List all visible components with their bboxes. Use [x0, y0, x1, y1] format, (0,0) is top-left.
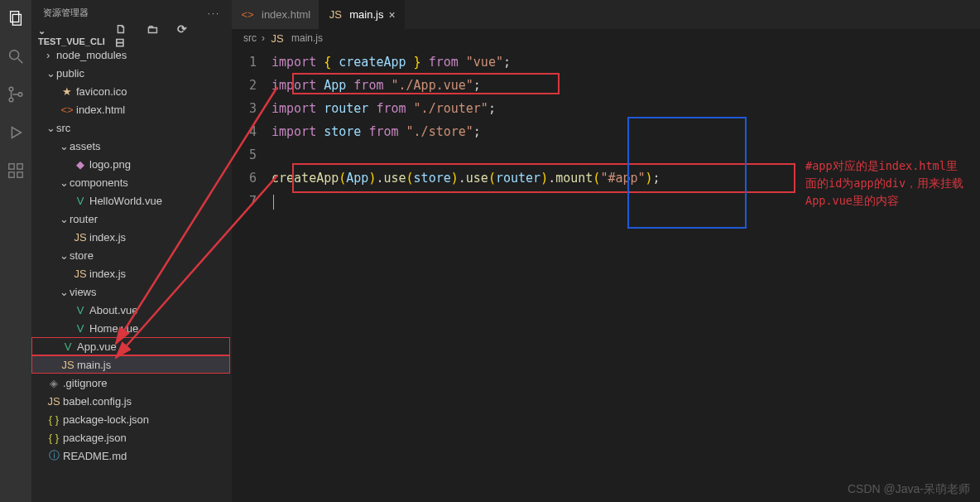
svg-rect-0	[11, 12, 19, 22]
tab-label: main.js	[349, 8, 383, 21]
svg-rect-10	[17, 172, 22, 177]
scm-icon[interactable]	[6, 84, 26, 104]
svg-point-6	[18, 93, 22, 97]
gutter: 1	[232, 51, 271, 74]
extensions-icon[interactable]	[6, 161, 26, 181]
file-store-index[interactable]: JSindex.js	[31, 264, 232, 282]
project-name: TEST_VUE_CLI	[38, 36, 105, 46]
close-icon[interactable]: ×	[388, 8, 395, 22]
js-icon: JS	[46, 395, 61, 408]
editor-area: <> index.html JS main.js × src› JS main.…	[232, 0, 980, 502]
file-readme[interactable]: ⓘREADME.md	[31, 446, 232, 465]
json-icon: { }	[46, 413, 61, 426]
svg-rect-9	[9, 172, 14, 177]
text-cursor	[273, 195, 274, 210]
search-icon[interactable]	[6, 46, 26, 66]
svg-point-2	[10, 51, 19, 60]
svg-point-4	[9, 87, 13, 91]
folder-src[interactable]: ⌄src	[31, 118, 232, 137]
breadcrumbs[interactable]: src› JS main.js	[232, 29, 980, 47]
svg-point-5	[9, 98, 13, 102]
svg-rect-11	[17, 164, 22, 169]
vue-icon: V	[73, 195, 88, 207]
sidebar: 资源管理器 ··· ⌄ TEST_VUE_CLI 🗋 🗀 ⟳ ⊟ ›node_m…	[31, 0, 232, 502]
crumb-src[interactable]: src	[243, 32, 257, 44]
debug-icon[interactable]	[6, 123, 26, 142]
file-gitignore[interactable]: ◈.gitignore	[31, 374, 232, 392]
tab-index-html[interactable]: <> index.html	[232, 0, 319, 29]
tab-main-js[interactable]: JS main.js ×	[319, 0, 404, 29]
info-icon: ⓘ	[46, 448, 61, 463]
file-index-html[interactable]: <>index.html	[31, 100, 232, 118]
folder-components[interactable]: ⌄components	[31, 173, 232, 191]
sidebar-title: 资源管理器	[43, 7, 89, 19]
watermark: CSDN @Java-呆萌老师	[848, 482, 970, 497]
html-icon: <>	[240, 8, 255, 21]
js-icon: JS	[73, 268, 88, 280]
file-helloworld[interactable]: VHelloWorld.vue	[31, 191, 232, 210]
file-main-js[interactable]: JSmain.js	[31, 355, 230, 374]
file-pkg[interactable]: { }package.json	[31, 428, 232, 446]
html-icon: <>	[60, 104, 74, 116]
vue-icon: V	[73, 322, 88, 335]
folder-public[interactable]: ⌄public	[31, 64, 232, 82]
code-editor[interactable]: 1import { createApp } from "vue"; 2impor…	[232, 47, 980, 502]
app-root: 资源管理器 ··· ⌄ TEST_VUE_CLI 🗋 🗀 ⟳ ⊟ ›node_m…	[0, 0, 980, 502]
js-icon: JS	[73, 231, 88, 244]
file-favicon[interactable]: ★favicon.ico	[31, 82, 232, 100]
crumb-mainjs[interactable]: main.js	[291, 32, 323, 44]
svg-marker-7	[12, 128, 21, 138]
annotation-text: #app对应的是index.html里 面的id为app的div，用来挂载 Ap…	[805, 157, 980, 210]
file-router-index[interactable]: JSindex.js	[31, 228, 232, 246]
js-icon: JS	[60, 359, 75, 371]
json-icon: { }	[46, 432, 61, 444]
js-icon: JS	[270, 32, 285, 45]
svg-rect-8	[9, 164, 14, 169]
folder-store[interactable]: ⌄store	[31, 246, 232, 264]
file-tree: ›node_modules ⌄public ★favicon.ico <>ind…	[31, 46, 232, 465]
file-icon: ◈	[46, 377, 61, 389]
star-icon: ★	[60, 85, 74, 98]
tab-label: index.html	[262, 8, 310, 21]
file-about[interactable]: VAbout.vue	[31, 301, 232, 319]
js-icon: JS	[328, 8, 343, 21]
tabs-bar: <> index.html JS main.js ×	[232, 0, 980, 29]
project-header[interactable]: ⌄ TEST_VUE_CLI 🗋 🗀 ⟳ ⊟	[31, 26, 232, 46]
activity-bar	[0, 0, 31, 502]
svg-rect-1	[12, 14, 21, 25]
file-home[interactable]: VHome.vue	[31, 319, 232, 337]
vue-icon: V	[73, 304, 88, 316]
sidebar-more-icon[interactable]: ···	[208, 8, 220, 18]
file-app-vue[interactable]: VApp.vue	[31, 337, 230, 355]
folder-views[interactable]: ⌄views	[31, 282, 232, 301]
svg-line-3	[18, 59, 23, 64]
folder-router[interactable]: ⌄router	[31, 210, 232, 228]
image-icon: ◆	[73, 158, 88, 171]
file-pkglock[interactable]: { }package-lock.json	[31, 410, 232, 428]
explorer-icon[interactable]	[6, 8, 26, 28]
folder-assets[interactable]: ⌄assets	[31, 137, 232, 155]
vue-icon: V	[60, 340, 75, 353]
file-babel[interactable]: JSbabel.config.js	[31, 392, 232, 410]
file-logo[interactable]: ◆logo.png	[31, 155, 232, 173]
folder-node-modules[interactable]: ›node_modules	[31, 46, 232, 64]
